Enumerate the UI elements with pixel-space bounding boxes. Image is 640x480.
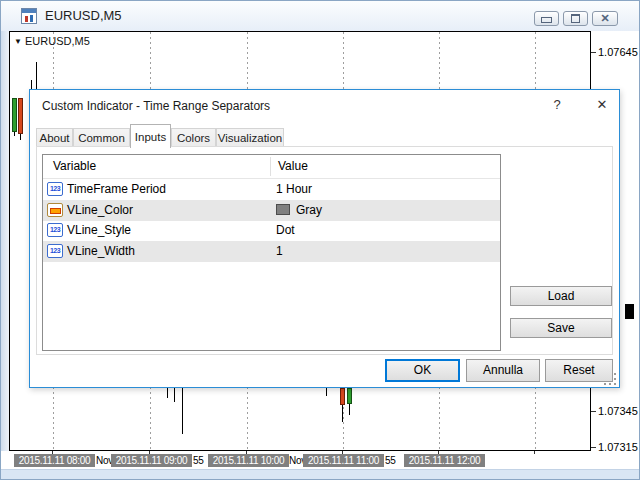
close-window-button[interactable]: ✕ <box>592 11 618 26</box>
time-separator-label: 2015.11.11 08:00 <box>14 454 95 467</box>
time-separator-label: 2015.11.11 11:00 <box>303 454 384 467</box>
tab-colors[interactable]: Colors <box>171 128 216 147</box>
minimize-button[interactable] <box>534 11 559 26</box>
candle-wick <box>36 62 37 90</box>
close-dialog-button[interactable]: ✕ <box>590 95 614 115</box>
tab-about[interactable]: About <box>36 128 73 147</box>
variable-name: VLine_Width <box>67 244 135 258</box>
window-frame-left <box>1 31 9 469</box>
tab-inputs[interactable]: Inputs <box>130 124 171 148</box>
window-titlebar: EURUSD,M5 ✕ <box>1 1 640 32</box>
price-tick <box>591 447 596 448</box>
resize-grip[interactable] <box>607 376 616 385</box>
tab-visualization[interactable]: Visualization <box>216 128 284 147</box>
gray-color-swatch <box>276 204 290 215</box>
time-separator-label: 2015.11.11 10:00 <box>208 454 289 467</box>
close-icon: ✕ <box>593 12 617 25</box>
minimize-icon <box>541 17 552 23</box>
time-tick <box>534 451 535 454</box>
load-button[interactable]: Load <box>510 286 612 306</box>
variable-value[interactable]: Dot <box>276 223 295 237</box>
candle-wick <box>174 388 175 402</box>
time-separator-label: 2015.11.11 09:00 <box>111 454 192 467</box>
window-title: EURUSD,M5 <box>45 8 122 23</box>
table-row-vline-color[interactable]: VLine_Color Gray <box>43 200 500 221</box>
chart-symbol-label: ▼ EURUSD,M5 <box>14 35 90 47</box>
cancel-button[interactable]: Annulla <box>466 359 540 382</box>
numeric-123-icon: 123 <box>47 223 63 237</box>
price-marker <box>625 304 634 319</box>
table-row-timeframe-period[interactable]: 123 TimeFrame Period 1 Hour <box>43 179 500 200</box>
price-label: 1.07345 <box>598 405 638 417</box>
candle-bearish <box>18 98 23 134</box>
column-divider[interactable] <box>270 157 271 176</box>
dialog-title: Custom Indicator - Time Range Separators <box>42 99 270 113</box>
table-header: Variable Value <box>43 155 500 179</box>
window-frame-bottom <box>1 469 640 480</box>
reset-button[interactable]: Reset <box>545 359 613 382</box>
custom-indicator-dialog: Custom Indicator - Time Range Separators… <box>29 89 620 388</box>
help-button[interactable]: ? <box>547 95 567 115</box>
variable-value[interactable]: 1 <box>276 244 283 258</box>
variable-value[interactable]: 1 Hour <box>276 182 312 196</box>
candle-bullish <box>347 388 352 404</box>
table-row-vline-style[interactable]: 123 VLine_Style Dot <box>43 220 500 241</box>
time-scale[interactable]: Nov 55 Nov 55 2015.11.11 08:00 2015.11.1… <box>1 451 640 469</box>
restore-icon <box>571 14 580 23</box>
variable-name: VLine_Color <box>67 203 133 217</box>
color-swatch-icon <box>47 203 63 217</box>
variable-name: VLine_Style <box>67 223 131 237</box>
restore-button[interactable] <box>563 11 588 26</box>
price-tick <box>591 52 596 53</box>
candle-wick <box>20 134 21 140</box>
save-button[interactable]: Save <box>510 318 612 338</box>
column-header-value: Value <box>278 159 308 173</box>
time-axis-label: 55 <box>385 454 396 467</box>
time-separator-label: 2015.11.11 12:00 <box>404 454 485 467</box>
variable-name: TimeFrame Period <box>67 182 166 196</box>
mt4-chart-window: EURUSD,M5 ✕ ▼ EURUSD,M5 1.07645 <box>0 0 640 480</box>
candle-wick <box>182 388 183 434</box>
ok-button[interactable]: OK <box>385 359 460 382</box>
variable-value[interactable]: Gray <box>296 203 322 217</box>
candle-wick <box>326 388 327 396</box>
numeric-123-icon: 123 <box>47 244 63 258</box>
candle-wick <box>14 132 15 136</box>
tab-common[interactable]: Common <box>73 128 130 147</box>
numeric-123-icon: 123 <box>47 182 63 196</box>
column-header-variable: Variable <box>53 159 96 173</box>
candle-bearish <box>340 388 345 405</box>
chart-window-icon <box>21 8 37 24</box>
candle-bullish <box>12 98 17 132</box>
time-axis-label: 55 <box>193 454 204 467</box>
parameters-table: Variable Value 123 TimeFrame Period 1 Ho… <box>42 154 501 351</box>
price-tick <box>591 411 596 412</box>
chevron-down-icon: ▼ <box>14 37 22 46</box>
price-label: 1.07645 <box>598 46 638 58</box>
candle-wick <box>167 388 168 398</box>
table-row-vline-width[interactable]: 123 VLine_Width 1 <box>43 241 500 262</box>
